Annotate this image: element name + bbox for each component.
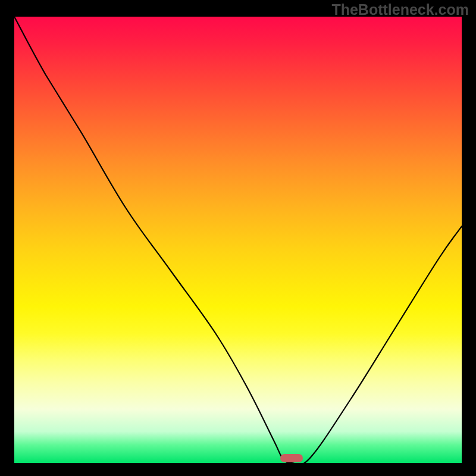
watermark-text: TheBottleneck.com [331, 1, 469, 18]
pill-icon [280, 454, 303, 462]
bottleneck-curve [14, 17, 462, 463]
optimum-marker [280, 454, 303, 462]
plot-area [14, 17, 462, 463]
chart-container: TheBottleneck.com [0, 0, 476, 476]
